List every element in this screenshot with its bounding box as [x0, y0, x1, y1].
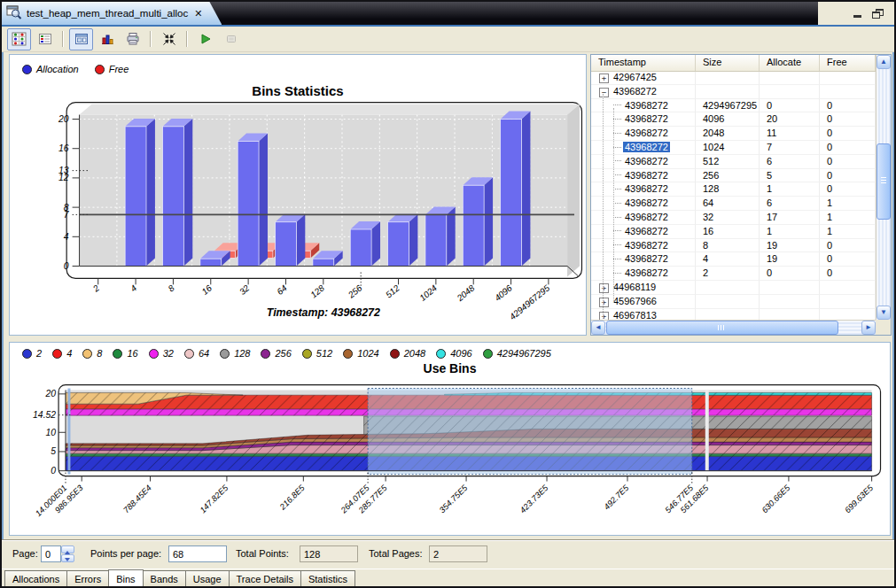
tab-close-icon[interactable]: ✕ — [194, 8, 202, 19]
table-header[interactable]: TimestampSizeAllocateFree — [591, 55, 876, 72]
editor-tabstrip: test_heap_mem_thread_multi_alloc ✕ — [2, 2, 894, 25]
table-row[interactable]: 439682721611 — [591, 225, 876, 239]
size-cell: 1024 — [696, 141, 760, 155]
table-row[interactable]: 439682726461 — [591, 197, 876, 211]
legend-label: 4294967295 — [497, 348, 551, 359]
grid-legend-icon — [12, 32, 27, 46]
column-header-allocate[interactable]: Allocate — [760, 55, 820, 71]
bar-chart-icon — [100, 32, 114, 46]
legend-swatch-icon — [302, 349, 312, 359]
tree-connector — [613, 230, 621, 231]
spinner-down-icon[interactable] — [61, 554, 74, 562]
tree-connector — [613, 119, 621, 120]
tree-connector — [613, 189, 621, 190]
table-row[interactable]: 43968272102470 — [591, 141, 876, 155]
table-horizontal-scrollbar[interactable]: ◄ ► — [591, 320, 876, 335]
column-header-free[interactable]: Free — [820, 55, 876, 71]
allocate-cell — [760, 309, 820, 320]
table-row[interactable]: 4396827225650 — [591, 169, 876, 183]
scroll-left-icon[interactable]: ◄ — [591, 321, 605, 335]
tree-expand-icon[interactable]: + — [599, 283, 609, 293]
tab-bins[interactable]: Bins — [108, 569, 143, 587]
horizontal-scroll-thumb[interactable] — [606, 321, 838, 335]
scroll-right-icon[interactable]: ► — [861, 321, 876, 335]
tree-expand-icon[interactable]: + — [599, 74, 609, 83]
legend-item: 128 — [220, 348, 250, 359]
printer-icon — [126, 32, 140, 46]
print-button[interactable] — [121, 28, 144, 50]
table-row[interactable]: +44968119 — [591, 281, 876, 295]
size-cell: 2 — [696, 267, 760, 281]
free-cell: 0 — [820, 182, 876, 197]
table-row[interactable]: 43968272429496729500 — [591, 99, 876, 113]
table-vertical-scrollbar[interactable]: ▲ ▼ — [876, 55, 891, 320]
list-legend-view-button[interactable] — [33, 28, 57, 50]
column-header-size[interactable]: Size — [696, 55, 760, 71]
chart-view-button[interactable] — [69, 28, 93, 50]
tree-connector — [613, 273, 621, 274]
legend-label: 2 — [36, 348, 42, 359]
table-row[interactable]: −43968272 — [591, 85, 876, 99]
table-row[interactable]: 4396827212810 — [591, 182, 876, 197]
allocate-cell — [760, 281, 820, 295]
free-cell: 0 — [820, 127, 876, 141]
fit-view-button[interactable] — [157, 28, 181, 50]
table-row[interactable]: +45967966 — [591, 295, 876, 309]
table-row[interactable]: 43968272200 — [591, 267, 876, 281]
table-row[interactable]: 4396827232171 — [591, 211, 876, 225]
page-spinner[interactable] — [61, 545, 74, 562]
minimize-icon[interactable] — [853, 9, 861, 18]
legend-item: 4294967295 — [483, 348, 551, 359]
timestamp-cell: 43968272 — [623, 253, 670, 264]
tree-expand-icon[interactable]: + — [599, 298, 609, 307]
points-per-page-input[interactable] — [168, 545, 227, 562]
timestamp-cell: 42967425 — [612, 72, 658, 82]
table-row[interactable]: 439682724096200 — [591, 112, 876, 127]
timestamp-cell: 43968272 — [623, 170, 670, 181]
table-row[interactable]: +42967425 — [591, 71, 876, 85]
scroll-down-icon[interactable]: ▼ — [877, 306, 891, 320]
view-content: AllocationFree Bins Statistics 048121620… — [2, 52, 894, 539]
page-input[interactable] — [41, 545, 61, 562]
table-row[interactable]: 4396827251260 — [591, 155, 876, 169]
tree-collapse-icon[interactable]: − — [599, 88, 609, 97]
table-row[interactable]: 439682724190 — [591, 252, 876, 267]
editor-tab[interactable]: test_heap_mem_thread_multi_alloc ✕ — [2, 2, 222, 25]
legend-swatch-icon — [82, 349, 92, 359]
table-row[interactable]: 439682722048110 — [591, 127, 876, 141]
svg-text:0: 0 — [64, 261, 69, 271]
tab-bands[interactable]: Bands — [143, 570, 186, 587]
column-header-timestamp[interactable]: Timestamp — [591, 55, 696, 71]
play-icon — [199, 32, 213, 46]
legend-item: 4096 — [436, 348, 471, 359]
tab-statistics[interactable]: Statistics — [300, 570, 355, 587]
scroll-up-icon[interactable]: ▲ — [877, 55, 891, 69]
bar-chart-button[interactable] — [95, 28, 119, 50]
tab-usage[interactable]: Usage — [185, 570, 230, 587]
legend-label: 512 — [316, 348, 332, 359]
timestamp-cell: 43968272 — [623, 267, 670, 278]
svg-text:0: 0 — [51, 466, 56, 476]
legend-label: 2048 — [404, 348, 425, 359]
svg-text:128: 128 — [308, 282, 326, 299]
legend-label: Free — [109, 64, 129, 74]
table-row[interactable]: +46967813 — [591, 309, 876, 320]
restore-icon[interactable] — [872, 9, 884, 19]
fit-arrows-icon — [162, 32, 176, 46]
spinner-up-icon[interactable] — [61, 545, 74, 553]
free-cell: 0 — [820, 112, 876, 127]
play-button[interactable] — [193, 28, 217, 50]
tree-expand-icon[interactable]: + — [599, 312, 609, 320]
legend-swatch-icon — [261, 349, 270, 359]
svg-text:2048: 2048 — [455, 282, 477, 304]
grid-legend-view-button[interactable] — [7, 28, 31, 50]
table-row[interactable]: 439682728190 — [591, 239, 876, 253]
tab-allocations[interactable]: Allocations — [4, 570, 67, 587]
tab-errors[interactable]: Errors — [66, 570, 109, 587]
tab-trace-details[interactable]: Trace Details — [229, 570, 301, 587]
svg-text:32: 32 — [238, 282, 252, 297]
svg-text:8: 8 — [166, 282, 176, 293]
svg-text:1024: 1024 — [417, 282, 439, 303]
size-cell — [696, 295, 760, 309]
vertical-scroll-thumb[interactable] — [877, 143, 891, 220]
